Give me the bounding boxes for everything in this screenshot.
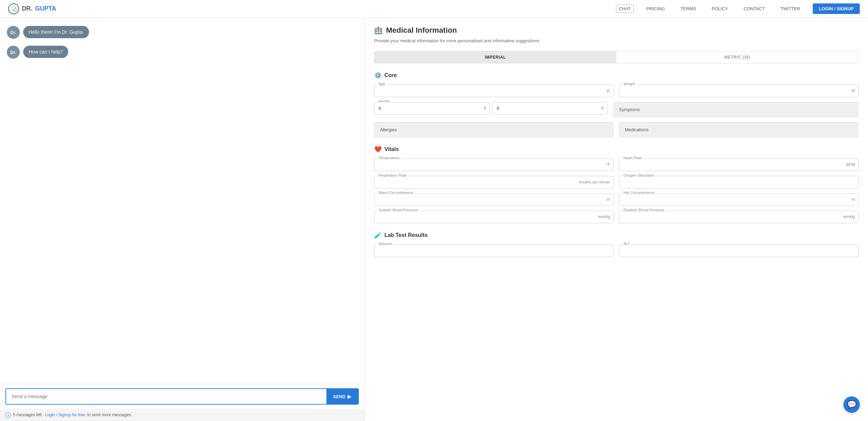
oxygen-input[interactable] [619, 176, 858, 189]
medical-title: Medical Information [386, 26, 457, 35]
bubble-2: How can I help? [23, 46, 68, 58]
logo-dr: DR. [22, 5, 32, 12]
nav-chat[interactable]: CHAT [616, 4, 634, 13]
albumin-label: Albumin [378, 242, 393, 246]
waist-field: Waist Circumference in [374, 193, 614, 206]
header: 🩺 DR. GUPTA CHAT PRICING TERMS POLICY CO… [0, 0, 868, 18]
chat-input[interactable] [6, 389, 326, 404]
heart-rate-label: Heart Rate [622, 156, 643, 160]
systolic-field: Systolic Blood Pressure mmHg [374, 211, 614, 223]
vitals-section-header: ❤️ Vitals [374, 146, 858, 153]
medical-desc: Provide your medical information for mor… [374, 37, 858, 44]
oxygen-field: Oxygen Saturation [619, 176, 858, 189]
allergies-medications-row: Allergies Medications [374, 122, 858, 137]
medications-button[interactable]: Medications [619, 122, 858, 137]
info-icon: i [5, 412, 11, 418]
height-ft-input[interactable] [374, 102, 490, 115]
hip-input[interactable] [619, 193, 858, 206]
bubble-1: Hello there! I'm Dr. Gupta. [23, 26, 89, 38]
systolic-input[interactable] [374, 211, 614, 223]
age-label: Age [378, 82, 386, 86]
nav-twitter[interactable]: TWITTER [777, 4, 803, 13]
allergies-button[interactable]: Allergies [374, 122, 614, 137]
chat-message-2: Dr. How can I help? [7, 46, 357, 59]
core-title: Core [384, 72, 397, 78]
vitals-icon: ❤️ [374, 146, 382, 153]
alt-label: ALT [622, 242, 631, 246]
diastolic-field: Diastolic Blood Pressure mmHg [619, 211, 858, 223]
oxygen-label: Oxygen Saturation [622, 173, 656, 177]
waist-input[interactable] [374, 193, 614, 206]
vitals-section: ❤️ Vitals Temperature °F Heart Rate BPM … [374, 146, 858, 223]
hip-field: Hip Circumference in [619, 193, 858, 206]
heart-rate-input[interactable] [619, 159, 858, 171]
chat-panel: Dr. Hello there! I'm Dr. Gupta. Dr. How … [0, 18, 365, 421]
main-nav: CHAT PRICING TERMS POLICY CONTACT TWITTE… [616, 3, 860, 14]
waist-hip-row: Waist Circumference in Hip Circumference… [374, 193, 858, 206]
temperature-field: Temperature °F [374, 159, 614, 171]
chat-fab[interactable]: 💬 [843, 396, 860, 413]
diastolic-input[interactable] [619, 211, 858, 223]
bp-row: Systolic Blood Pressure mmHg Diastolic B… [374, 211, 858, 223]
unit-metric-button[interactable]: METRIC (SI) [616, 51, 858, 63]
core-section: ⚙️ Core Age yr Weight lb Height [374, 72, 858, 137]
systolic-label: Systolic Blood Pressure [378, 208, 419, 212]
lab-section-header: 🧪 Lab Test Results [374, 231, 858, 239]
medical-icon: 🏥 [374, 26, 383, 34]
diastolic-label: Diastolic Blood Pressure [622, 208, 665, 212]
symptoms-button[interactable]: Symptoms [613, 102, 858, 117]
lab-icon: 🧪 [374, 231, 382, 239]
chat-messages: Dr. Hello there! I'm Dr. Gupta. Dr. How … [0, 18, 364, 384]
nav-pricing[interactable]: PRICING [643, 4, 668, 13]
temperature-input[interactable] [374, 159, 614, 171]
alt-input[interactable] [619, 244, 858, 257]
nav-policy[interactable]: POLICY [709, 4, 731, 13]
alt-field: ALT [619, 244, 858, 257]
chat-footer: i 5 messages left. Login / Signup for fr… [0, 409, 364, 421]
nav-contact[interactable]: CONTACT [741, 4, 768, 13]
core-icon: ⚙️ [374, 72, 382, 79]
unit-toggle: IMPERIAL METRIC (SI) [374, 51, 858, 63]
heart-rate-field: Heart Rate BPM [619, 159, 858, 171]
waist-label: Waist Circumference [378, 191, 414, 195]
age-weight-row: Age yr Weight lb [374, 85, 858, 97]
temperature-label: Temperature [378, 156, 401, 160]
lab-title: Lab Test Results [384, 232, 428, 238]
albumin-input[interactable] [374, 244, 614, 257]
avatar-1: Dr. [7, 26, 20, 39]
chat-input-row: SEND ▶ [5, 388, 359, 405]
logo-icon: 🩺 [8, 3, 19, 14]
medical-panel: 🏥 Medical Information Provide your medic… [365, 18, 868, 421]
albumin-field: Albumin [374, 244, 614, 257]
vitals-title: Vitals [384, 146, 399, 152]
medical-header: 🏥 Medical Information [374, 26, 858, 35]
signup-link[interactable]: Login / Signup for free [45, 412, 85, 417]
respiratory-label: Respiratory Rate [378, 173, 408, 177]
chat-input-area: SEND ▶ [0, 384, 364, 409]
core-section-header: ⚙️ Core [374, 72, 858, 79]
chat-message-1: Dr. Hello there! I'm Dr. Gupta. [7, 26, 357, 39]
send-icon: ▶ [348, 394, 351, 399]
respiratory-field: Respiratory Rate breaths per minute [374, 176, 614, 189]
logo-gupta: GUPTA [35, 5, 56, 12]
height-in-input[interactable] [492, 102, 608, 115]
hip-label: Hip Circumference [622, 191, 656, 195]
respiratory-input[interactable] [374, 176, 614, 189]
login-button[interactable]: LOGIN / SIGNUP [813, 3, 860, 14]
send-label: SEND [333, 394, 345, 399]
unit-imperial-button[interactable]: IMPERIAL [374, 51, 616, 63]
age-input[interactable] [374, 85, 614, 97]
height-field: Height ft in [374, 102, 608, 117]
resp-oxygen-row: Respiratory Rate breaths per minute Oxyg… [374, 176, 858, 189]
logo: 🩺 DR. GUPTA [8, 3, 56, 14]
footer-suffix: to send more messages. [87, 412, 132, 417]
nav-terms[interactable]: TERMS [677, 4, 699, 13]
weight-field: Weight lb [619, 85, 858, 97]
albumin-alt-row: Albumin ALT [374, 244, 858, 257]
weight-input[interactable] [619, 85, 858, 97]
avatar-2: Dr. [7, 46, 20, 59]
lab-section: 🧪 Lab Test Results Albumin ALT [374, 231, 858, 257]
age-field: Age yr [374, 85, 614, 97]
send-button[interactable]: SEND ▶ [326, 389, 358, 404]
height-symptoms-row: Height ft in Symptoms [374, 102, 858, 117]
